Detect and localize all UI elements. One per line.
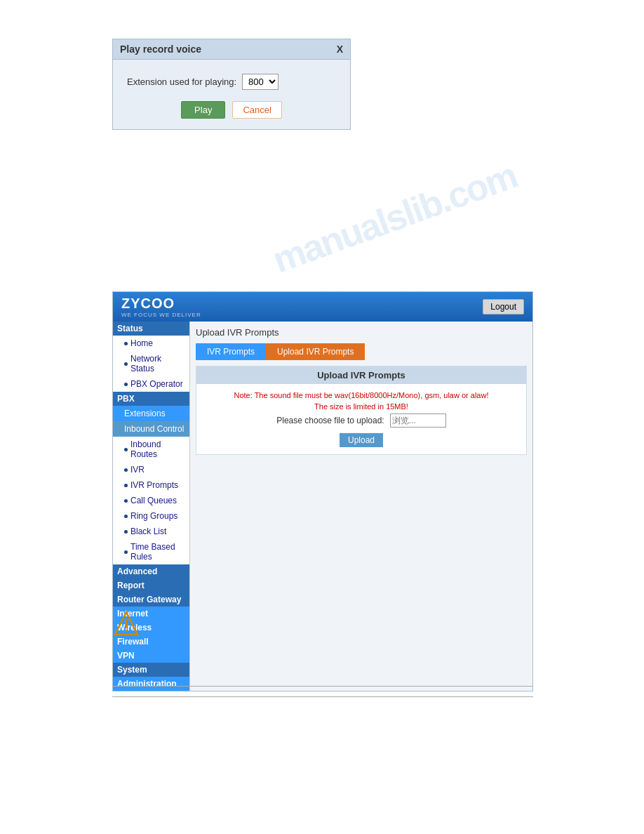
tab-bar: IVR Prompts Upload IVR Prompts xyxy=(196,343,527,360)
sidebar-section-status: Status xyxy=(113,322,189,336)
sidebar-section-advanced: Advanced xyxy=(113,564,189,578)
dot-icon xyxy=(124,362,128,366)
sidebar-section-system: System xyxy=(113,663,189,677)
sidebar-item-time-based-rules[interactable]: Time Based Rules xyxy=(113,539,189,564)
note-line2: The size is limited in 15MB! xyxy=(203,402,519,411)
upload-label: Please choose file to upload: xyxy=(276,416,384,425)
warning-icon xyxy=(112,609,140,637)
sidebar-item-call-queues[interactable]: Call Queues xyxy=(113,493,189,508)
extension-select[interactable]: 800 801 802 xyxy=(242,74,279,90)
dot-icon xyxy=(124,383,128,386)
sidebar-item-ring-groups[interactable]: Ring Groups xyxy=(113,508,189,524)
logout-button[interactable]: Logout xyxy=(483,299,524,315)
dialog-body: Extension used for playing: 800 801 802 … xyxy=(113,60,350,129)
logo-zycoo: ZYCOO xyxy=(121,296,201,312)
logo-tagline: WE FOCUS WE DELIVER xyxy=(121,312,201,318)
content-body: Note: The sound file must be wav(16bit/8… xyxy=(196,384,526,454)
svg-point-2 xyxy=(126,630,128,632)
tab-ivr-prompts[interactable]: IVR Prompts xyxy=(196,343,266,360)
tab-upload-ivr-prompts[interactable]: Upload IVR Prompts xyxy=(266,343,365,360)
sidebar-section-router-gateway: Router Gateway xyxy=(113,593,189,607)
play-button[interactable]: Play xyxy=(181,101,225,119)
dialog-buttons: Play Cancel xyxy=(127,101,336,119)
dot-icon xyxy=(124,484,128,487)
upload-button[interactable]: Upload xyxy=(340,433,383,447)
note-line1: Note: The sound file must be wav(16bit/8… xyxy=(203,391,519,399)
main-content: Upload IVR Prompts IVR Prompts Upload IV… xyxy=(190,322,532,691)
dot-icon xyxy=(124,515,128,518)
sidebar-section-report: Report xyxy=(113,578,189,593)
dot-icon xyxy=(124,530,128,534)
sidebar-item-pbx-operator[interactable]: PBX Operator xyxy=(113,376,189,392)
content-header: Upload IVR Prompts xyxy=(196,366,526,384)
dialog-title: Play record voice xyxy=(120,44,201,55)
dot-icon xyxy=(124,468,128,472)
watermark: manualslib.com xyxy=(267,154,523,281)
dot-icon xyxy=(124,550,128,554)
dialog-close-button[interactable]: X xyxy=(337,44,343,55)
page-title: Upload IVR Prompts xyxy=(196,327,527,338)
sidebar-item-inbound-control[interactable]: Inbound Control xyxy=(113,421,189,437)
app-body: Status Home Network Status PBX Operator … xyxy=(113,322,532,691)
dot-icon xyxy=(124,499,128,503)
sidebar-item-network-status[interactable]: Network Status xyxy=(113,351,189,376)
sidebar-item-administration[interactable]: Administration xyxy=(113,677,189,691)
extension-label: Extension used for playing: xyxy=(127,77,236,87)
dot-icon xyxy=(124,342,128,345)
sidebar-item-vpn[interactable]: VPN xyxy=(113,649,189,663)
sidebar-item-home[interactable]: Home xyxy=(113,336,189,351)
sidebar-item-ivr-prompts[interactable]: IVR Prompts xyxy=(113,477,189,493)
top-divider xyxy=(112,686,533,687)
sidebar-item-black-list[interactable]: Black List xyxy=(113,524,189,539)
play-record-voice-dialog: Play record voice X Extension used for p… xyxy=(112,39,351,130)
content-box: Upload IVR Prompts Note: The sound file … xyxy=(196,366,527,455)
upload-row: Please choose file to upload: xyxy=(203,413,519,428)
warning-area xyxy=(112,609,140,637)
extension-row: Extension used for playing: 800 801 802 xyxy=(127,74,336,90)
file-input[interactable] xyxy=(390,413,446,428)
sidebar-item-inbound-routes[interactable]: Inbound Routes xyxy=(113,437,189,462)
dialog-titlebar: Play record voice X xyxy=(113,39,350,60)
bottom-divider xyxy=(112,696,533,697)
app-header: ZYCOO WE FOCUS WE DELIVER Logout xyxy=(113,292,532,322)
cancel-button[interactable]: Cancel xyxy=(232,101,281,119)
sidebar-item-extensions[interactable]: Extensions xyxy=(113,406,189,421)
sidebar-item-ivr[interactable]: IVR xyxy=(113,462,189,477)
app-container: ZYCOO WE FOCUS WE DELIVER Logout Status … xyxy=(112,291,533,691)
logo-area: ZYCOO WE FOCUS WE DELIVER xyxy=(121,296,201,318)
sidebar-section-pbx: PBX xyxy=(113,392,189,406)
dot-icon xyxy=(124,448,128,451)
